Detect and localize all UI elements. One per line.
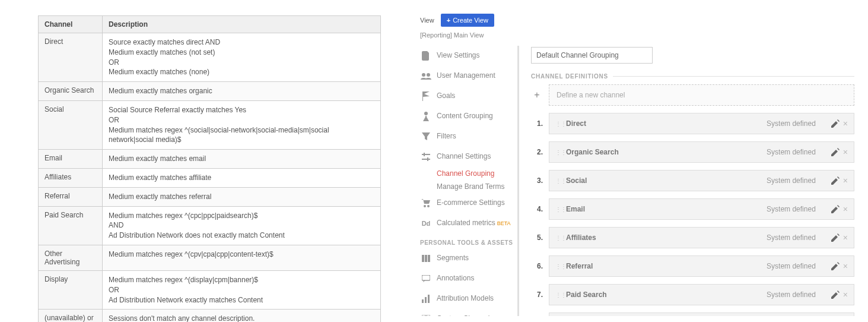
table-header-channel: Channel <box>39 16 103 33</box>
nav-label: Custom Channel GroupingBETA <box>437 314 515 316</box>
channel-name: Social <box>566 176 767 185</box>
close-icon[interactable]: × <box>843 176 848 185</box>
channel-box[interactable]: ⋮⋮SocialSystem defined× <box>549 170 854 191</box>
channel-box[interactable]: ⋮⋮Organic SearchSystem defined× <box>549 141 854 163</box>
table-row: ReferralMedium exactly matches referral <box>39 187 381 206</box>
channel-box[interactable]: ⋮⋮DirectSystem defined× <box>549 113 854 134</box>
pencil-icon[interactable] <box>831 291 840 299</box>
drag-handle-icon[interactable]: ⋮⋮ <box>555 149 561 156</box>
channel-row: 5.⋮⋮AffiliatesSystem defined× <box>531 227 854 248</box>
nav-label: User Management <box>437 71 495 81</box>
bars-icon <box>420 294 432 304</box>
svg-point-2 <box>424 112 428 115</box>
nav-item-goals[interactable]: Goals <box>420 86 517 106</box>
svg-rect-9 <box>422 255 424 262</box>
svg-rect-11 <box>428 255 430 262</box>
drag-handle-icon[interactable]: ⋮⋮ <box>555 292 561 298</box>
channel-name: Organic Search <box>566 148 767 156</box>
nav-item-view-settings[interactable]: View Settings <box>420 46 517 66</box>
svg-point-0 <box>422 73 425 77</box>
svg-rect-6 <box>427 157 428 161</box>
description-cell: Medium exactly matches email <box>103 150 381 169</box>
pencil-icon[interactable] <box>831 205 840 213</box>
nav-item-annotations[interactable]: Annotations <box>420 269 517 289</box>
nav-item-user-management[interactable]: User Management <box>420 66 517 86</box>
description-cell: Medium exactly matches organic <box>103 82 381 101</box>
table-row: Paid SearchMedium matches regex ^(cpc|pp… <box>39 206 381 245</box>
pencil-icon[interactable] <box>831 233 840 242</box>
drag-handle-icon[interactable]: ⋮⋮ <box>555 263 561 270</box>
nav-item-filters[interactable]: Filters <box>420 127 517 147</box>
description-cell: Medium matches regex ^(cpv|cpa|cpp|conte… <box>103 245 381 270</box>
nav-subitem-channel-grouping[interactable]: Channel Grouping <box>437 167 517 180</box>
channel-box[interactable]: ⋮⋮AffiliatesSystem defined× <box>549 227 854 248</box>
svg-rect-17 <box>427 315 430 316</box>
channel-cell: Other Advertising <box>39 245 103 270</box>
add-channel-plus-icon[interactable]: + <box>531 90 543 100</box>
nav-label: Annotations <box>437 274 474 283</box>
close-icon[interactable]: × <box>843 119 848 128</box>
channel-number: 3. <box>531 176 543 185</box>
nav-item-e-commerce-settings[interactable]: E-commerce Settings <box>420 193 517 213</box>
close-icon[interactable]: × <box>843 233 848 242</box>
view-label: View <box>420 13 434 24</box>
nav-label: Segments <box>437 254 469 263</box>
cart-icon <box>420 198 432 208</box>
svg-rect-16 <box>422 315 425 316</box>
section-title: CHANNEL DEFINITIONS <box>531 73 608 80</box>
nav-label: Goals <box>437 91 455 101</box>
nav-item-calculated-metrics[interactable]: DdCalculated metricsBETA <box>420 213 517 233</box>
channel-box[interactable]: ⋮⋮Other AdvertisingSystem defined× <box>549 312 854 316</box>
nav-item-custom-channel-grouping[interactable]: Custom Channel GroupingBETA <box>420 309 517 316</box>
divider <box>613 76 854 77</box>
svg-rect-15 <box>428 295 430 303</box>
file-icon <box>420 51 432 61</box>
channel-grouping-main: Default Channel Grouping CHANNEL DEFINIT… <box>519 46 854 316</box>
channel-name: Direct <box>566 119 767 128</box>
svg-rect-5 <box>424 153 425 156</box>
channel-box[interactable]: ⋮⋮ReferralSystem defined× <box>549 255 854 277</box>
nav-item-segments[interactable]: Segments <box>420 248 517 269</box>
pencil-icon[interactable] <box>831 148 840 156</box>
drag-handle-icon[interactable]: ⋮⋮ <box>555 121 561 127</box>
svg-rect-13 <box>422 299 424 303</box>
description-cell: Medium matches regex ^(display|cpm|banne… <box>103 270 381 309</box>
grouping-name-input[interactable]: Default Channel Grouping <box>531 47 653 64</box>
pencil-icon[interactable] <box>831 176 840 185</box>
close-icon[interactable]: × <box>843 147 848 157</box>
channel-cell: Affiliates <box>39 168 103 187</box>
svg-point-8 <box>427 205 430 207</box>
channel-box[interactable]: ⋮⋮Paid SearchSystem defined× <box>549 284 854 305</box>
nav-label: Content Grouping <box>437 112 493 121</box>
nav-section-header: PERSONAL TOOLS & ASSETS <box>420 239 517 246</box>
svg-point-7 <box>424 205 426 207</box>
pencil-icon[interactable] <box>831 262 840 270</box>
nav-subitem-manage-brand-terms[interactable]: Manage Brand Terms <box>437 180 517 193</box>
table-row: EmailMedium exactly matches email <box>39 150 381 169</box>
drag-handle-icon[interactable]: ⋮⋮ <box>555 206 561 213</box>
nav-label: Filters <box>437 132 456 141</box>
pencil-icon[interactable] <box>831 119 840 128</box>
close-icon[interactable]: × <box>843 204 848 214</box>
nav-label: Channel Settings <box>437 152 491 162</box>
nav-item-attribution-models[interactable]: Attribution Models <box>420 289 517 309</box>
nav-item-content-grouping[interactable]: Content Grouping <box>420 106 517 127</box>
channel-cell: Social <box>39 100 103 149</box>
svg-rect-12 <box>422 275 430 280</box>
define-new-channel-button[interactable]: Define a new channel <box>549 84 854 106</box>
create-view-button[interactable]: +Create View <box>441 14 494 27</box>
nav-item-channel-settings[interactable]: Channel Settings <box>420 147 517 167</box>
close-icon[interactable]: × <box>843 290 848 299</box>
beta-badge: BETA <box>497 220 511 226</box>
drag-handle-icon[interactable]: ⋮⋮ <box>555 235 561 241</box>
svg-rect-10 <box>425 255 427 262</box>
drag-handle-icon[interactable]: ⋮⋮ <box>555 178 561 184</box>
channel-row: 8.⋮⋮Other AdvertisingSystem defined× <box>531 312 854 316</box>
svg-rect-14 <box>425 297 427 303</box>
channel-cell: Organic Search <box>39 82 103 101</box>
annot-icon <box>420 274 432 283</box>
table-row: DisplayMedium matches regex ^(display|cp… <box>39 270 381 309</box>
channel-box[interactable]: ⋮⋮EmailSystem defined× <box>549 198 854 220</box>
channel-number: 7. <box>531 291 543 299</box>
close-icon[interactable]: × <box>843 261 848 271</box>
